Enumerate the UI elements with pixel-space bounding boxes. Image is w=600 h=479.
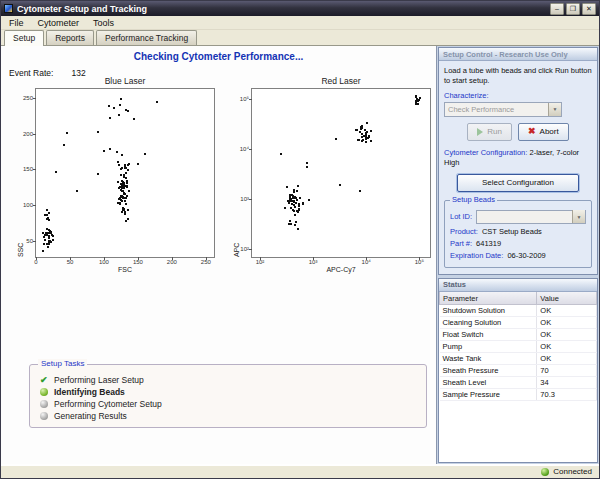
scatter-point: [47, 246, 49, 248]
abort-button[interactable]: ✖ Abort: [518, 123, 569, 141]
scatter-point: [156, 101, 158, 103]
table-row[interactable]: Cleaning SolutionOK: [440, 317, 597, 329]
instruction-text: Load a tube with beads and click Run but…: [444, 66, 592, 86]
y-tick-mark: [33, 169, 36, 170]
expiration-value: 06-30-2009: [507, 251, 545, 260]
status-column-value[interactable]: Value: [537, 292, 597, 305]
scatter-point: [43, 236, 45, 238]
scatter-point: [419, 97, 421, 99]
table-row[interactable]: Float SwitchOK: [440, 329, 597, 341]
scatter-point: [127, 169, 129, 171]
scatter-point: [306, 162, 308, 164]
value-cell: 34: [537, 377, 597, 389]
chevron-down-icon[interactable]: ▼: [572, 210, 585, 223]
scatter-point: [370, 130, 372, 132]
setup-tasks-title: Setup Tasks: [38, 359, 87, 368]
scatter-point: [128, 190, 130, 192]
scatter-point: [48, 243, 50, 245]
scatter-point: [117, 161, 119, 163]
scatter-point: [296, 199, 298, 201]
y-tick-label: 10²: [240, 246, 249, 252]
maximize-button[interactable]: ❐: [566, 3, 580, 15]
table-row[interactable]: Sample Pressure70.3: [440, 389, 597, 401]
scatter-point: [123, 182, 125, 184]
y-tick-mark: [33, 134, 36, 135]
run-button[interactable]: Run: [467, 123, 512, 141]
scatter-point: [116, 151, 118, 153]
tab-reports[interactable]: Reports: [46, 30, 94, 45]
task-label: Performing Laser Setup: [54, 375, 144, 385]
setup-task-performing-cytometer-setup: Performing Cytometer Setup: [40, 398, 416, 410]
scatter-point: [121, 187, 123, 189]
table-row[interactable]: PumpOK: [440, 341, 597, 353]
blue-laser-plot-area: SSCFSC05010015020025050100150200250: [35, 88, 215, 258]
lot-id-dropdown[interactable]: ▼: [476, 210, 586, 224]
scatter-point: [297, 185, 299, 187]
parameter-cell: Waste Tank: [440, 353, 537, 365]
status-panel: Status ParameterValueShutdown SolutionOK…: [438, 278, 598, 463]
scatter-point: [306, 166, 308, 168]
content-area: Checking Cytometer Performance... Event …: [1, 46, 599, 464]
app-icon: [4, 4, 13, 13]
menu-cytometer[interactable]: Cytometer: [31, 17, 87, 29]
menu-file[interactable]: File: [2, 17, 31, 29]
scatter-point: [359, 190, 361, 192]
y-tick-label: 10³: [240, 196, 249, 202]
scatter-point: [46, 209, 48, 211]
scatter-point: [120, 98, 122, 100]
setup-task-identifying-beads: Identifying Beads: [40, 386, 416, 398]
tab-setup[interactable]: Setup: [4, 30, 44, 46]
status-column-parameter[interactable]: Parameter: [440, 292, 537, 305]
scatter-point: [296, 190, 298, 192]
characterize-dropdown[interactable]: Check Performance ▼: [444, 102, 562, 117]
y-tick-mark: [33, 205, 36, 206]
scatter-point: [48, 240, 50, 242]
scatter-point: [124, 200, 126, 202]
task-label: Generating Results: [54, 411, 127, 421]
scatter-point: [133, 118, 135, 120]
scatter-point: [137, 163, 139, 165]
table-row[interactable]: Sheath Pressure70: [440, 365, 597, 377]
setup-control-panel: Setup Control - Research Use Only Load a…: [438, 47, 598, 275]
scatter-point: [97, 173, 99, 175]
setup-tasks-group: Setup Tasks ✔Performing Laser SetupIdent…: [29, 364, 427, 428]
table-row[interactable]: Sheath Level34: [440, 377, 597, 389]
chevron-down-icon[interactable]: ▼: [548, 103, 561, 116]
title-bar[interactable]: Cytometer Setup and Tracking – ❐ ✕: [1, 1, 599, 16]
scatter-point: [125, 167, 127, 169]
red-laser-y-axis-label: APC: [233, 89, 240, 257]
characterize-value: Check Performance: [445, 105, 548, 114]
x-tick-label: 150: [133, 259, 143, 265]
scatter-point: [339, 184, 341, 186]
select-configuration-button[interactable]: Select Configuration: [457, 174, 579, 192]
table-row[interactable]: Shutdown SolutionOK: [440, 305, 597, 317]
tab-performance-tracking[interactable]: Performance Tracking: [96, 30, 197, 45]
task-current-icon: [40, 388, 48, 396]
scatter-point: [361, 127, 363, 129]
minimize-button[interactable]: –: [550, 3, 564, 15]
parameter-cell: Sample Pressure: [440, 389, 537, 401]
blue-laser-title: Blue Laser: [35, 76, 215, 86]
scatter-point: [124, 164, 126, 166]
scatter-point: [292, 196, 294, 198]
scatter-point: [119, 104, 121, 106]
run-label: Run: [487, 127, 502, 136]
main-panel: Checking Cytometer Performance... Event …: [1, 46, 437, 464]
close-button[interactable]: ✕: [582, 3, 596, 15]
parameter-cell: Float Switch: [440, 329, 537, 341]
blue-laser-chart: Blue LaserSSCFSC050100150200250501001502…: [9, 76, 217, 278]
scatter-point: [368, 135, 370, 137]
window-title: Cytometer Setup and Tracking: [17, 4, 548, 14]
menu-tools[interactable]: Tools: [86, 17, 121, 29]
y-tick-label: 200: [23, 131, 33, 137]
menu-bar: FileCytometerTools: [1, 16, 599, 30]
scatter-point: [128, 163, 130, 165]
table-row[interactable]: Waste TankOK: [440, 353, 597, 365]
scatter-point: [295, 221, 297, 223]
page-title: Checking Cytometer Performance...: [1, 51, 436, 62]
scatter-point: [127, 209, 129, 211]
scatter-point: [302, 202, 304, 204]
scatter-point: [124, 213, 126, 215]
scatter-point: [48, 235, 50, 237]
y-tick-label: 100: [23, 202, 33, 208]
